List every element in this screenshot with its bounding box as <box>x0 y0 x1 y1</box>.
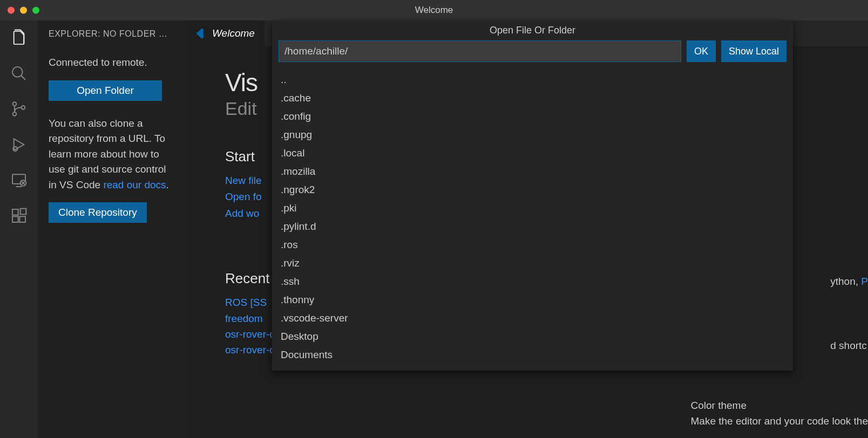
file-list: .. .cache .config .gnupg .local .mozilla… <box>272 67 793 371</box>
window-controls <box>8 7 39 14</box>
search-icon[interactable] <box>9 64 29 83</box>
list-item[interactable]: .rviz <box>281 254 784 272</box>
color-theme-text: Make the editor and your code look the <box>691 414 868 429</box>
extensions-icon[interactable] <box>9 206 29 225</box>
svg-point-2 <box>13 102 17 106</box>
ok-button[interactable]: OK <box>687 40 716 62</box>
path-input[interactable] <box>279 40 681 62</box>
open-file-or-folder-dialog: Open File Or Folder OK Show Local .. .ca… <box>272 20 793 371</box>
color-theme-block: Color theme Make the editor and your cod… <box>691 398 868 429</box>
list-item[interactable]: Documents <box>281 346 784 364</box>
vscode-logo-icon <box>196 28 207 39</box>
list-item[interactable]: .mozilla <box>281 162 784 181</box>
activity-bar <box>0 20 38 438</box>
clone-help-text: You can also clone a repository from a U… <box>49 116 175 193</box>
tab-welcome[interactable]: Welcome <box>186 20 265 46</box>
svg-rect-13 <box>19 216 25 222</box>
open-folder-button[interactable]: Open Folder <box>49 80 162 101</box>
maximize-window-button[interactable] <box>32 7 39 14</box>
list-item[interactable]: .ngrok2 <box>281 181 784 199</box>
list-item[interactable]: .pylint.d <box>281 217 784 236</box>
list-item[interactable]: .gnupg <box>281 126 784 144</box>
svg-point-4 <box>22 106 25 109</box>
svg-line-1 <box>21 76 25 80</box>
show-local-button[interactable]: Show Local <box>721 40 786 62</box>
clone-repository-button[interactable]: Clone Repository <box>49 202 147 223</box>
close-window-button[interactable] <box>8 7 15 14</box>
svg-point-0 <box>12 67 23 77</box>
svg-point-3 <box>13 112 17 116</box>
list-item[interactable]: .vscode-server <box>281 309 784 327</box>
titlebar: Welcome <box>0 0 868 20</box>
list-item[interactable]: .thonny <box>281 291 784 309</box>
color-theme-header: Color theme <box>691 398 868 414</box>
source-control-icon[interactable] <box>9 99 29 119</box>
list-item[interactable]: .pki <box>281 199 784 217</box>
tab-label: Welcome <box>212 28 255 39</box>
files-icon[interactable] <box>9 28 29 47</box>
list-item[interactable]: .config <box>281 107 784 126</box>
svg-rect-11 <box>12 209 18 215</box>
list-item[interactable]: Desktop <box>281 327 784 346</box>
list-item[interactable]: .ssh <box>281 272 784 291</box>
list-item[interactable]: .ros <box>281 236 784 254</box>
remote-explorer-icon[interactable] <box>9 170 29 190</box>
connected-status: Connected to remote. <box>49 55 175 71</box>
list-item[interactable]: .local <box>281 144 784 162</box>
svg-rect-12 <box>12 216 18 222</box>
list-item[interactable]: .. <box>281 71 784 89</box>
minimize-window-button[interactable] <box>20 7 27 14</box>
svg-rect-14 <box>21 209 26 215</box>
sidebar-explorer: EXPLORER: NO FOLDER … Connected to remot… <box>38 20 186 438</box>
explorer-header: EXPLORER: NO FOLDER … <box>49 29 175 39</box>
python-link[interactable]: P <box>861 276 868 287</box>
read-docs-link[interactable]: read our docs <box>103 179 166 190</box>
window-title: Welcome <box>415 5 453 16</box>
run-debug-icon[interactable] <box>9 135 29 154</box>
list-item[interactable]: .cache <box>281 89 784 107</box>
customize-column: ython, P d shortc <box>830 274 868 353</box>
dialog-title: Open File Or Folder <box>272 20 793 40</box>
